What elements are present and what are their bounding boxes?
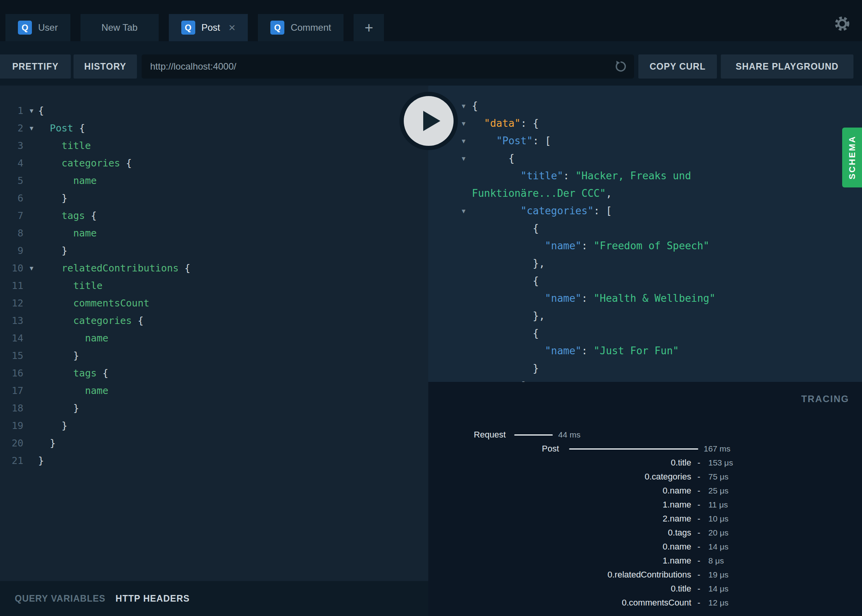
settings-gear-icon[interactable] <box>833 15 851 33</box>
code-text: } <box>38 417 67 434</box>
tab-label: Comment <box>291 22 331 33</box>
editor-line[interactable]: 2▾ Post { <box>0 119 428 137</box>
editor-line[interactable]: 15 } <box>0 347 428 364</box>
tab-comment[interactable]: Q Comment <box>258 14 343 41</box>
punctuation-token <box>38 228 73 239</box>
code-text: tags { <box>38 207 97 224</box>
tab-user[interactable]: Q User <box>5 14 70 41</box>
line-number: 18 <box>0 399 25 417</box>
punctuation-token: { <box>120 158 132 169</box>
fold-gutter <box>25 364 38 382</box>
collapse-arrow-icon[interactable]: ▾ <box>462 132 472 150</box>
punctuation-token <box>38 368 73 379</box>
editor-line[interactable]: 21} <box>0 452 428 469</box>
schema-side-tab[interactable]: SCHEMA <box>842 128 862 187</box>
editor-line[interactable]: 8 name <box>0 224 428 242</box>
editor-line[interactable]: 10▾ relatedContributions { <box>0 259 428 277</box>
response-line: { <box>428 220 862 237</box>
editor-line[interactable]: 5 name <box>0 172 428 189</box>
field-token: categories <box>61 158 120 169</box>
query-editor-pane[interactable]: 1▾{2▾ Post {3 title4 categories {5 name6… <box>0 86 428 581</box>
editor-line[interactable]: 4 categories { <box>0 154 428 172</box>
punctuation-token: { <box>472 222 539 234</box>
fold-gutter <box>25 242 38 259</box>
collapse-arrow-icon[interactable]: ▾ <box>462 115 472 132</box>
share-playground-button[interactable]: SHARE PLAYGROUND <box>721 54 853 79</box>
code-text: }, <box>472 307 545 325</box>
tab-new-tab[interactable]: New Tab <box>81 14 159 41</box>
editor-line[interactable]: 20 } <box>0 434 428 452</box>
editor-line[interactable]: 7 tags { <box>0 207 428 224</box>
line-number: 4 <box>0 154 25 172</box>
punctuation-token: } <box>38 192 67 204</box>
editor-line[interactable]: 18 } <box>0 399 428 417</box>
add-tab-button[interactable]: + <box>354 14 384 41</box>
fold-gutter <box>25 329 38 347</box>
editor-line[interactable]: 9 } <box>0 242 428 259</box>
collapse-arrow-icon[interactable]: ▾ <box>462 97 472 115</box>
punctuation-token <box>38 315 73 326</box>
editor-line[interactable]: 3 title <box>0 137 428 154</box>
editor-line[interactable]: 19 } <box>0 417 428 434</box>
arrow-gutter <box>462 272 472 290</box>
fold-gutter <box>25 154 38 172</box>
tracing-row: 2.name-10 μs <box>428 512 862 526</box>
arrow-gutter <box>462 342 472 360</box>
response-line: }, <box>428 307 862 325</box>
tracing-duration-dash: - <box>697 584 703 594</box>
copy-curl-button[interactable]: COPY CURL <box>638 54 717 79</box>
tracing-row: 0.relatedContributions-19 μs <box>428 568 862 582</box>
tracing-duration-value: 44 ms <box>558 430 580 439</box>
editor-line[interactable]: 14 name <box>0 329 428 347</box>
http-headers-tab[interactable]: HTTP HEADERS <box>116 593 190 604</box>
punctuation-token <box>38 262 61 274</box>
fold-gutter <box>25 277 38 294</box>
editor-footer: QUERY VARIABLES HTTP HEADERS <box>0 581 428 616</box>
punctuation-token: , <box>606 187 612 199</box>
code-text: "title": "Hacker, Freaks und <box>472 167 691 185</box>
prettify-button[interactable]: PRETTIFY <box>0 54 71 79</box>
response-line: ▾ "data": { <box>428 115 862 132</box>
editor-line[interactable]: 6 } <box>0 189 428 207</box>
execute-query-button[interactable] <box>404 96 454 146</box>
tracing-resolver-label: Post <box>428 444 559 454</box>
endpoint-url-input[interactable] <box>142 54 634 79</box>
tracing-resolver-label: 2.name <box>428 514 691 524</box>
code-text: name <box>38 224 97 242</box>
tracing-row: 1.name-11 μs <box>428 498 862 512</box>
tracing-resolver-label: 0.commentsCount <box>428 598 691 608</box>
fold-gutter <box>25 417 38 434</box>
editor-line[interactable]: 11 title <box>0 277 428 294</box>
editor-line[interactable]: 17 name <box>0 382 428 399</box>
fold-arrow-icon[interactable]: ▾ <box>25 119 38 137</box>
editor-line[interactable]: 13 categories { <box>0 312 428 329</box>
history-button[interactable]: HISTORY <box>74 54 137 79</box>
editor-line[interactable]: 12 commentsCount <box>0 294 428 312</box>
query-variables-tab[interactable]: QUERY VARIABLES <box>15 593 105 604</box>
tab-post[interactable]: Q Post × <box>169 14 248 41</box>
arrow-gutter <box>462 377 472 382</box>
tracing-rows: Request44 msPost167 ms0.title-153 μs0.ca… <box>428 428 862 610</box>
collapse-arrow-icon[interactable]: ▾ <box>462 150 472 167</box>
punctuation-token: } <box>38 438 56 449</box>
close-tab-icon[interactable]: × <box>229 22 236 33</box>
editor-line[interactable]: 1▾{ <box>0 102 428 119</box>
tracing-duration-value: 19 μs <box>708 570 729 579</box>
code-text: "name": "Health & Wellbeing" <box>472 290 715 307</box>
code-text: }, <box>472 255 545 272</box>
fold-arrow-icon[interactable]: ▾ <box>25 102 38 119</box>
tracing-duration-value: 25 μs <box>708 486 729 495</box>
query-badge-icon: Q <box>18 21 32 35</box>
editor-line[interactable]: 16 tags { <box>0 364 428 382</box>
reload-icon[interactable] <box>614 60 628 74</box>
code-text: { <box>38 102 44 119</box>
tracing-row: 0.commentsCount-12 μs <box>428 596 862 610</box>
response-line: ▾ { <box>428 150 862 167</box>
code-text: Post { <box>38 119 85 137</box>
response-line: { <box>428 325 862 342</box>
fold-arrow-icon[interactable]: ▾ <box>25 259 38 277</box>
collapse-arrow-icon[interactable]: ▾ <box>462 202 472 220</box>
tracing-resolver-label: 1.name <box>428 500 691 510</box>
tracing-row: 0.name-25 μs <box>428 484 862 498</box>
field-token: categories <box>73 315 132 326</box>
